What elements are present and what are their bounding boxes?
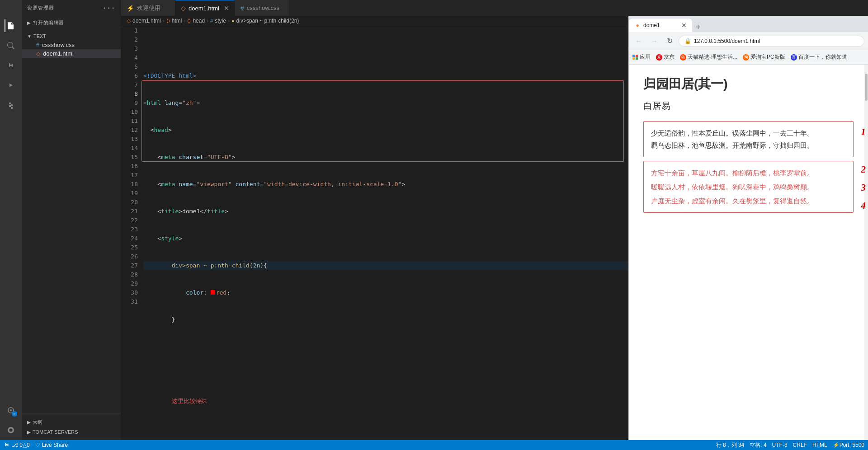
poem-line-2: 方宅十余亩，草屋八九间。榆柳荫后檐，桃李罗堂前。 bbox=[651, 167, 846, 179]
tab-html-icon: ◇ bbox=[181, 5, 186, 12]
forward-button[interactable]: → bbox=[648, 35, 660, 47]
language-mode[interactable]: HTML bbox=[812, 442, 827, 448]
breadcrumb-sep2: › bbox=[184, 18, 185, 24]
breadcrumb: ◇ doem1.html › ⟨⟩ html › ⟨⟩ head › # sty… bbox=[121, 16, 628, 26]
source-control-icon[interactable] bbox=[5, 59, 17, 72]
html-file-icon: ◇ bbox=[36, 51, 40, 57]
editor-pane: ◇ doem1.html › ⟨⟩ html › ⟨⟩ head › # sty… bbox=[121, 16, 628, 440]
poem-line-1a: 少无适俗韵，性本爱丘山。误落尘网中，一去三十年。 bbox=[651, 127, 846, 139]
tomcat-section[interactable]: ▶ TOMCAT SERVERS bbox=[22, 427, 121, 436]
tab-close-icon[interactable]: ✕ bbox=[224, 5, 229, 12]
sidebar-section-open-editors: ▶ 打开的编辑器 bbox=[22, 16, 121, 30]
live-share[interactable]: ♡ Live Share bbox=[35, 442, 68, 448]
code-line-13: 这里比较特殊 bbox=[143, 397, 628, 406]
code-line-9: color: red; bbox=[143, 288, 628, 297]
browser-panel: ● dome1 ✕ + ← → ↻ 🔒 127.0.0.1:5500/doem1… bbox=[628, 16, 868, 440]
sidebar-item-doem1[interactable]: ◇ doem1.html bbox=[22, 49, 121, 58]
files-icon[interactable] bbox=[5, 19, 17, 32]
code-line-14 bbox=[143, 424, 628, 433]
lock-icon: 🔒 bbox=[684, 38, 691, 44]
code-line-3: <head> bbox=[143, 126, 628, 135]
breadcrumb-sep4: › bbox=[228, 18, 230, 24]
poem-line-1b: 羁鸟恋旧林，池鱼思故渊。开荒南野际，守拙归园田。 bbox=[651, 139, 846, 151]
browser-favicon-icon: ● bbox=[634, 22, 641, 28]
breadcrumb-selector[interactable]: div>span ~ p:nth-child(2n) bbox=[236, 18, 299, 24]
highlight-box-style bbox=[142, 80, 624, 162]
css-file-icon: # bbox=[36, 42, 39, 48]
tab-doem1-label: doem1.html bbox=[189, 5, 219, 12]
text-header[interactable]: ▼ TEXT bbox=[22, 32, 121, 41]
breadcrumb-html-icon: ◇ bbox=[127, 18, 131, 24]
poem-line-3: 暖暖远人村，依依堰里烟。狗吠深巷中，鸡鸣桑树颠。 bbox=[651, 181, 846, 193]
tab-cssshow[interactable]: # cssshow.css bbox=[235, 0, 289, 16]
code-line-4: <meta charset="UTF-8"> bbox=[143, 153, 628, 162]
code-line-5: <meta name="viewport" content="width=dev… bbox=[143, 180, 628, 189]
line-numbers: 1 2 3 4 5 6 7 8 9 10 11 12 13 14 15 16 1 bbox=[121, 26, 142, 440]
text-section-label: TEXT bbox=[33, 33, 46, 39]
port-status[interactable]: ⚡Port: 5500 bbox=[833, 442, 864, 448]
settings-icon[interactable] bbox=[5, 424, 17, 436]
browser-tab-close-icon[interactable]: ✕ bbox=[681, 22, 687, 29]
browser-scrollbar[interactable] bbox=[864, 65, 868, 440]
breadcrumb-head[interactable]: head bbox=[193, 18, 205, 24]
code-editor[interactable]: 1 2 3 4 5 6 7 8 9 10 11 12 13 14 15 16 1 bbox=[121, 26, 628, 440]
sidebar-item-cssshow[interactable]: # cssshow.css bbox=[22, 41, 121, 49]
line-ending[interactable]: CRLF bbox=[793, 442, 807, 448]
bookmark-baidu[interactable]: 百 百度一下，你就知道 bbox=[791, 53, 847, 61]
encoding[interactable]: UTF-8 bbox=[772, 442, 788, 448]
indentation[interactable]: 空格: 4 bbox=[750, 441, 766, 449]
browser-tab-dome1[interactable]: ● dome1 ✕ bbox=[629, 19, 692, 32]
bookmark-tianmao[interactable]: 猫 天猫精选-理想生活... bbox=[680, 53, 737, 61]
tab-cssshow-label: cssshow.css bbox=[247, 5, 279, 11]
poem-line-4: 户庭无尘杂，虚室有余闲。久在樊笼里，复得返自然。 bbox=[651, 195, 846, 207]
svg-point-1 bbox=[10, 409, 12, 411]
breadcrumb-style[interactable]: style bbox=[215, 18, 226, 24]
apps-icon[interactable]: 应用 bbox=[632, 53, 651, 61]
reload-button[interactable]: ↻ bbox=[663, 35, 676, 47]
chevron-right-icon: ▶ bbox=[27, 20, 31, 25]
sidebar-dots[interactable]: ··· bbox=[102, 4, 115, 12]
sidebar-section-text: ▼ TEXT # cssshow.css ◇ doem1.html bbox=[22, 30, 121, 60]
code-line-10: } bbox=[143, 315, 628, 324]
breadcrumb-sep1: › bbox=[163, 18, 165, 24]
bookmark-jingdong[interactable]: 京 京东 bbox=[656, 53, 675, 61]
sidebar: ▶ 打开的编辑器 ▼ TEXT # cssshow.css ◇ doem1.ht… bbox=[22, 16, 121, 440]
new-tab-button[interactable]: + bbox=[692, 23, 704, 32]
back-button[interactable]: ← bbox=[632, 35, 645, 47]
extensions-icon[interactable] bbox=[5, 99, 17, 112]
open-editors-header[interactable]: ▶ 打开的编辑器 bbox=[22, 18, 121, 28]
sidebar-title: 资源管理器 bbox=[27, 5, 54, 11]
code-line-1: <!DOCTYPE html> bbox=[143, 71, 628, 80]
browser-content: 归园田居(其一) 白居易 少无适俗韵，性本爱丘山。误落尘网中，一去三十年。 羁鸟… bbox=[629, 65, 868, 440]
browser-tab-label: dome1 bbox=[643, 22, 660, 28]
breadcrumb-head-icon: ⟨⟩ bbox=[187, 18, 191, 24]
git-status[interactable]: ⎇ 0△0 bbox=[4, 442, 30, 448]
annotation-3: 3 bbox=[861, 182, 866, 193]
debug-icon[interactable] bbox=[5, 79, 17, 92]
browser-nav-bar: ← → ↻ 🔒 127.0.0.1:5500/doem1.html bbox=[629, 32, 868, 50]
breadcrumb-selector-icon: ● bbox=[231, 18, 235, 23]
tomcat-label: TOMCAT SERVERS bbox=[33, 429, 78, 435]
cursor-position[interactable]: 行 8，列 34 bbox=[716, 441, 745, 449]
cssshow-label: cssshow.css bbox=[42, 42, 75, 48]
tab-welcome[interactable]: ⚡ 欢迎使用 bbox=[121, 0, 175, 16]
tabs-bar: ⚡ 欢迎使用 ◇ doem1.html ✕ # cssshow.css bbox=[121, 0, 868, 16]
tab-doem1[interactable]: ◇ doem1.html ✕ bbox=[175, 0, 235, 16]
poem-stanza-1: 少无适俗韵，性本爱丘山。误落尘网中，一去三十年。 羁鸟恋旧林，池鱼思故渊。开荒南… bbox=[643, 121, 854, 157]
breadcrumb-sep3: › bbox=[207, 18, 208, 24]
outline-section[interactable]: ▶ 大纲 bbox=[22, 417, 121, 427]
search-icon[interactable] bbox=[5, 39, 17, 52]
activity-bar: 2 bbox=[0, 16, 22, 440]
code-content: <!DOCTYPE html> <html lang="zh"> <head> … bbox=[142, 26, 628, 440]
breadcrumb-html[interactable]: html bbox=[172, 18, 182, 24]
sidebar-bottom: ▶ 大纲 ▶ TOMCAT SERVERS bbox=[22, 413, 121, 440]
doem1-label: doem1.html bbox=[43, 50, 74, 57]
bookmarks-bar: 应用 京 京东 猫 天猫精选-理想生活... 淘 爱淘宝PC新版 百 百度一下，… bbox=[629, 50, 868, 65]
address-bar[interactable]: 🔒 127.0.0.1:5500/doem1.html bbox=[679, 36, 864, 47]
bookmark-aitaobao[interactable]: 淘 爱淘宝PC新版 bbox=[743, 53, 785, 61]
tab-vscode-icon: ⚡ bbox=[127, 5, 134, 12]
breadcrumb-doem1[interactable]: doem1.html bbox=[132, 18, 161, 24]
git-branch-label: ⎇ 0△0 bbox=[12, 442, 30, 448]
remote-icon[interactable]: 2 bbox=[5, 404, 17, 417]
browser-tabs-bar: ● dome1 ✕ + bbox=[629, 16, 868, 32]
